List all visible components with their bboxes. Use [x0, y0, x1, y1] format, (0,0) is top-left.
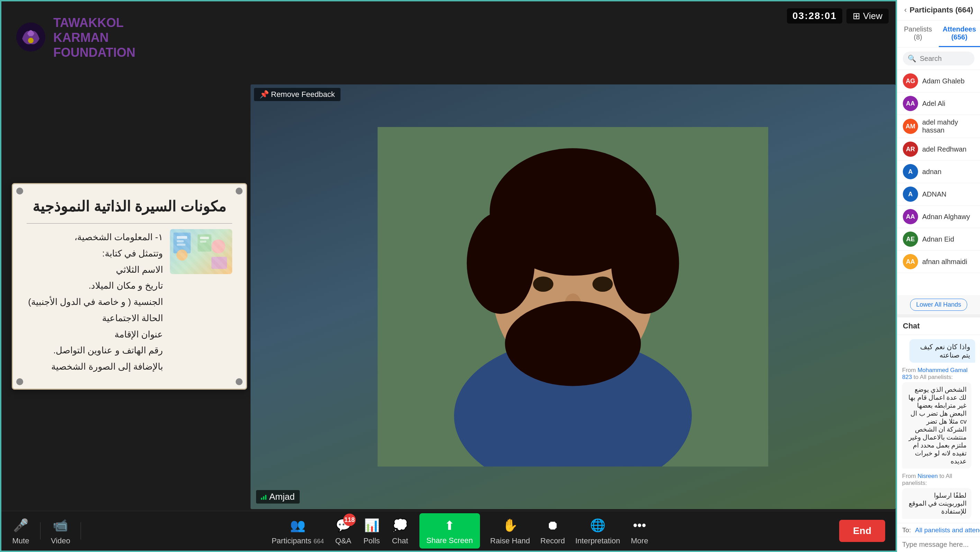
- top-bar: 03:28:01 ⊞ View: [787, 8, 889, 24]
- slide-divider: [27, 223, 232, 224]
- toolbar: 🎤 Mute 📹 Video 👥 Participants 664: [2, 511, 896, 550]
- slide-list-item: بالإضافة إلى الصورة الشخصية: [27, 358, 163, 375]
- slide-corner-tr: [235, 188, 243, 194]
- share-screen-button[interactable]: ⬆ Share Screen: [419, 513, 480, 549]
- chat-title: Chat: [903, 321, 920, 331]
- chat-bubble-own: واذا كان نعم كيف يتم صناعته: [909, 339, 975, 363]
- speaker-name-badge: Amjad: [256, 490, 300, 504]
- slide-frame: مكونات السيرة الذاتية النموذجية: [12, 183, 247, 390]
- lower-all-hands-button[interactable]: Lower All Hands: [910, 299, 967, 311]
- svg-point-1: [28, 38, 33, 43]
- list-item[interactable]: AR adel Redhwan: [897, 138, 980, 161]
- list-item[interactable]: AE Adnan Eid: [897, 228, 980, 251]
- chat-message-wrapper: From Mohammed Gamal 823 to All panelists…: [902, 367, 975, 469]
- slide-corner-bl: [16, 378, 23, 385]
- slide-list-item: ١- المعلومات الشخصية،: [27, 229, 163, 245]
- svg-rect-3: [177, 236, 187, 239]
- chat-message-wrapper: From Nisreen to All panelists:لطفًا ارسل…: [902, 473, 975, 519]
- avatar: AM: [903, 119, 918, 134]
- slide-image: [170, 229, 232, 274]
- slide-corner-tl: [16, 188, 23, 194]
- collapse-panel-button[interactable]: ‹: [904, 6, 907, 14]
- list-item[interactable]: AM adel mahdy hassan: [897, 115, 980, 138]
- tab-attendees[interactable]: Attendees (656): [939, 21, 980, 47]
- svg-rect-9: [200, 240, 206, 243]
- chat-from-label: From Nisreen to All panelists:: [902, 473, 975, 487]
- slide-list-item: رقم الهاتف و عناوين التواصل.: [27, 342, 163, 358]
- slide-content: ١- المعلومات الشخصية،وتتمثل في كتابة:الا…: [27, 229, 232, 375]
- signal-icon: [261, 494, 266, 500]
- list-item[interactable]: AA Adnan Alghawy: [897, 205, 980, 228]
- svg-point-22: [505, 301, 641, 386]
- record-button[interactable]: ⏺ Record: [541, 516, 565, 546]
- avatar: AR: [903, 142, 918, 157]
- search-icon: 🔍: [908, 54, 916, 63]
- session-timer: 03:28:01: [787, 8, 842, 24]
- svg-rect-7: [197, 234, 212, 251]
- qa-button[interactable]: 💬 Q&A 118: [334, 516, 352, 546]
- pin-icon: 📌: [259, 90, 269, 99]
- share-screen-icon: ⬆: [441, 517, 458, 535]
- view-button[interactable]: ⊞ View: [846, 9, 889, 24]
- chat-section: Chat واذا كان نعم كيف يتم صناعتهFrom Moh…: [897, 317, 980, 552]
- video-feed: Amjad: [251, 84, 896, 509]
- tab-panelists[interactable]: Panelists (8): [897, 21, 939, 47]
- svg-point-19: [533, 277, 554, 292]
- slide-text-list: ١- المعلومات الشخصية،وتتمثل في كتابة:الا…: [27, 229, 163, 375]
- panel-title: Participants (664): [910, 6, 973, 14]
- svg-point-18: [611, 212, 679, 313]
- avatar: AA: [903, 254, 918, 269]
- slide-list-item: تاريخ و مكان الميلاد.: [27, 278, 163, 294]
- avatar: A: [903, 186, 918, 202]
- slide-list-item: عنوان الإقامة: [27, 326, 163, 343]
- raise-hand-icon: ✋: [501, 516, 519, 535]
- avatar: AG: [903, 73, 918, 89]
- list-item[interactable]: AG Adam Ghaleb: [897, 70, 980, 92]
- raise-hand-button[interactable]: ✋ Raise Hand: [490, 516, 530, 546]
- polls-icon: 📊: [363, 516, 381, 535]
- search-input[interactable]: [920, 55, 980, 63]
- list-item[interactable]: AA Adel Ali: [897, 92, 980, 115]
- slide-list-item: الاسم الثلاثي: [27, 262, 163, 278]
- chat-from-label: From Mohammed Gamal 823 to All panelists…: [902, 367, 975, 381]
- logo-text: TAWAKKOL KARMAN FOUNDATION: [53, 15, 135, 60]
- participants-icon: 👥: [289, 516, 307, 535]
- slides-container: مكونات السيرة الذاتية النموذجية: [8, 64, 251, 509]
- svg-rect-4: [177, 240, 184, 242]
- chat-input-area: [897, 537, 980, 552]
- chat-input[interactable]: [902, 541, 975, 549]
- participant-name: Adel Ali: [922, 100, 974, 108]
- list-item[interactable]: AA afnan alhmaidi: [897, 251, 980, 273]
- slide-list-item: الجنسية ( و خاصة في الدول الأجنبية): [27, 294, 163, 310]
- more-button[interactable]: ••• More: [630, 516, 649, 546]
- chat-to-label: To:: [902, 527, 911, 534]
- remove-feedback-button[interactable]: 📌 Remove Feedback: [254, 88, 340, 101]
- mute-button[interactable]: 🎤 Mute: [12, 516, 30, 546]
- participant-name: adel mahdy hassan: [922, 118, 974, 134]
- list-item[interactable]: A ADNAN: [897, 183, 980, 205]
- end-button[interactable]: End: [839, 520, 885, 542]
- video-container: 📌 Remove Feedback: [251, 84, 896, 509]
- search-box: 🔍: [897, 48, 980, 70]
- svg-point-20: [592, 277, 613, 292]
- polls-button[interactable]: 📊 Polls: [363, 516, 381, 546]
- participants-list: AG Adam Ghaleb AA Adel Ali AM adel mahdy…: [897, 70, 980, 295]
- svg-point-10: [212, 240, 225, 253]
- list-item[interactable]: A adnan: [897, 161, 980, 183]
- view-icon: ⊞: [853, 11, 860, 21]
- mute-icon: 🎤: [12, 516, 30, 535]
- svg-point-17: [467, 212, 535, 313]
- video-button[interactable]: 📹 Video: [51, 516, 70, 546]
- participants-button[interactable]: 👥 Participants 664: [272, 516, 324, 546]
- interpretation-button[interactable]: 🌐 Interpretation: [575, 516, 620, 546]
- chat-button[interactable]: 💭 Chat: [391, 516, 409, 546]
- search-input-wrap: 🔍: [903, 52, 974, 65]
- main-video-area: 03:28:01 ⊞ View TAWAKKOL KARMAN FOUNDATI…: [0, 0, 897, 552]
- participant-name: Adam Ghaleb: [922, 77, 974, 85]
- logo-icon: [15, 21, 46, 54]
- chat-to-select[interactable]: All panelists and attendees: [913, 526, 980, 534]
- toolbar-left: 🎤 Mute 📹 Video: [12, 516, 81, 546]
- chat-header: Chat: [897, 317, 980, 335]
- svg-point-6: [177, 250, 188, 261]
- record-icon: ⏺: [544, 516, 562, 535]
